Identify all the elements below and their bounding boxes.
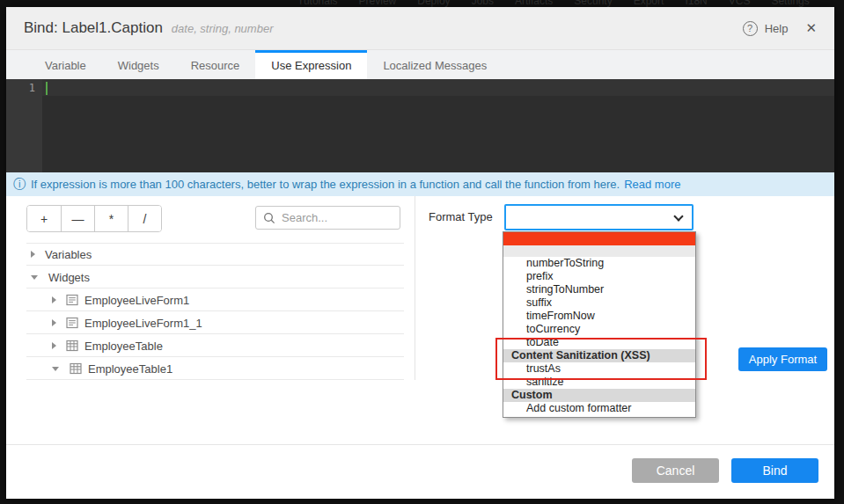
tree-item-label: Widgets xyxy=(48,271,90,284)
tree-item-widgets[interactable]: Widgets xyxy=(6,266,415,289)
background-menu-i18n: I18N xyxy=(685,0,707,7)
editor-current-line xyxy=(42,79,834,96)
footer-divider xyxy=(6,444,834,445)
tree-item-label: EmployeeTable xyxy=(84,340,163,353)
background-menu-deploy: Deploy xyxy=(417,0,450,7)
form-widget-icon xyxy=(66,294,78,306)
background-menu-export: Export xyxy=(634,0,664,7)
background-menu-preview: Preview xyxy=(359,0,397,7)
dropdown-option-timefromnow[interactable]: timeFromNow xyxy=(503,310,695,323)
dropdown-option-suffix[interactable]: suffix xyxy=(503,296,695,310)
search-box[interactable] xyxy=(255,206,400,230)
background-menu-vcs: VCS xyxy=(729,0,751,7)
dropdown-blank-option[interactable] xyxy=(503,245,695,257)
bind-button[interactable]: Bind xyxy=(731,458,818,483)
dropdown-option-todate[interactable]: toDate xyxy=(503,336,695,349)
tree-item-employeetable[interactable]: EmployeeTable xyxy=(6,334,415,357)
dropdown-option-stringtonumber[interactable]: stringToNumber xyxy=(503,283,695,296)
editor-line-number: 1 xyxy=(29,82,35,94)
tree-item-label: EmployeeLiveForm1 xyxy=(84,294,189,307)
editor-code-area[interactable] xyxy=(42,79,834,172)
format-type-label: Format Type xyxy=(429,204,493,230)
chevron-down-icon[interactable] xyxy=(31,275,38,280)
chevron-down-icon[interactable] xyxy=(52,367,59,371)
dropdown-option-add-custom-formatter[interactable]: Add custom formatter xyxy=(503,402,695,415)
tree-item-label: EmployeeTable1 xyxy=(88,362,172,376)
dialog-header: Bind: Label1.Caption date, string, numbe… xyxy=(6,7,834,50)
format-type-dropdown: numberToStringprefixstringToNumbersuffix… xyxy=(503,231,696,418)
background-menu-jobs: Jobs xyxy=(472,0,494,7)
dropdown-group-custom: Custom xyxy=(503,389,695,402)
multiply-operator-button[interactable]: * xyxy=(94,206,128,231)
cancel-button[interactable]: Cancel xyxy=(632,458,719,483)
dropdown-option-numbertostring[interactable]: numberToString xyxy=(503,257,695,270)
editor-caret xyxy=(46,82,48,95)
expression-source-panel: +—*/ VariablesWidgetsEmployeeLiveForm1Em… xyxy=(6,196,415,380)
minus-operator-button[interactable]: — xyxy=(61,206,94,231)
tab-resource[interactable]: Resource xyxy=(175,50,256,79)
search-input[interactable] xyxy=(282,211,393,224)
format-type-select[interactable] xyxy=(504,204,694,230)
divide-operator-button[interactable]: / xyxy=(128,206,161,231)
background-menu-security: Security xyxy=(574,0,612,7)
help-icon[interactable]: ? xyxy=(743,21,758,36)
tree-item-employeetable1[interactable]: EmployeeTable1 xyxy=(6,357,415,380)
background-menu-tutorials: Tutorials xyxy=(297,0,338,7)
expression-editor[interactable]: 1 xyxy=(6,79,834,172)
tree-item-label: EmployeeLiveForm1_1 xyxy=(84,317,202,330)
info-text: If expression is more than 100 character… xyxy=(31,178,620,191)
apply-format-button[interactable]: Apply Format xyxy=(738,347,827,371)
binding-source-tree: VariablesWidgetsEmployeeLiveForm1Employe… xyxy=(6,243,415,380)
tab-use-expression[interactable]: Use Expression xyxy=(255,50,367,79)
dropdown-selected-blank-option[interactable] xyxy=(503,232,695,245)
table-widget-icon xyxy=(66,340,78,352)
info-bar: ⓘ If expression is more than 100 charact… xyxy=(6,172,834,196)
tree-item-employeeliveform1-1[interactable]: EmployeeLiveForm1_1 xyxy=(6,311,415,334)
chevron-right-icon[interactable] xyxy=(52,296,56,303)
dialog-tabbar: VariableWidgetsResourceUse ExpressionLoc… xyxy=(6,50,834,79)
read-more-link[interactable]: Read more xyxy=(624,178,680,191)
chevron-down-icon xyxy=(673,211,683,221)
info-icon: ⓘ xyxy=(13,177,26,193)
tree-item-employeeliveform1[interactable]: EmployeeLiveForm1 xyxy=(6,289,415,311)
tab-variable[interactable]: Variable xyxy=(29,50,102,79)
dropdown-option-prefix[interactable]: prefix xyxy=(503,270,695,283)
chevron-right-icon[interactable] xyxy=(31,251,35,258)
tab-localized-messages[interactable]: Localized Messages xyxy=(367,50,503,79)
background-app-menubar: TutorialsPreviewDeployJobsArtifactsSecur… xyxy=(297,0,810,7)
search-icon xyxy=(263,212,275,224)
dialog-title: Bind: Label1.Caption xyxy=(24,19,163,37)
tab-widgets[interactable]: Widgets xyxy=(102,50,175,79)
chevron-right-icon[interactable] xyxy=(52,319,56,326)
table-widget-icon xyxy=(70,362,82,375)
dropdown-group-content-sanitization-xss: Content Sanitization (XSS) xyxy=(503,349,695,362)
chevron-right-icon[interactable] xyxy=(52,342,56,349)
dropdown-option-tocurrency[interactable]: toCurrency xyxy=(503,323,695,336)
dropdown-option-trustas[interactable]: trustAs xyxy=(503,362,695,376)
operator-button-group: +—*/ xyxy=(26,205,162,232)
tree-item-label: Variables xyxy=(45,248,92,261)
dialog-subtitle: date, string, number xyxy=(172,22,274,35)
bind-dialog: Bind: Label1.Caption date, string, numbe… xyxy=(6,7,834,499)
background-menu-artifacts: Artifacts xyxy=(515,0,553,7)
tree-item-variables[interactable]: Variables xyxy=(6,243,415,266)
plus-operator-button[interactable]: + xyxy=(27,206,61,231)
background-menu-settings: Settings xyxy=(771,0,809,7)
dropdown-option-sanitize[interactable]: sanitize xyxy=(503,376,695,389)
editor-gutter: 1 xyxy=(6,79,42,172)
help-label[interactable]: Help xyxy=(765,22,789,35)
close-icon[interactable]: ✕ xyxy=(805,20,817,36)
form-widget-icon xyxy=(66,317,78,329)
